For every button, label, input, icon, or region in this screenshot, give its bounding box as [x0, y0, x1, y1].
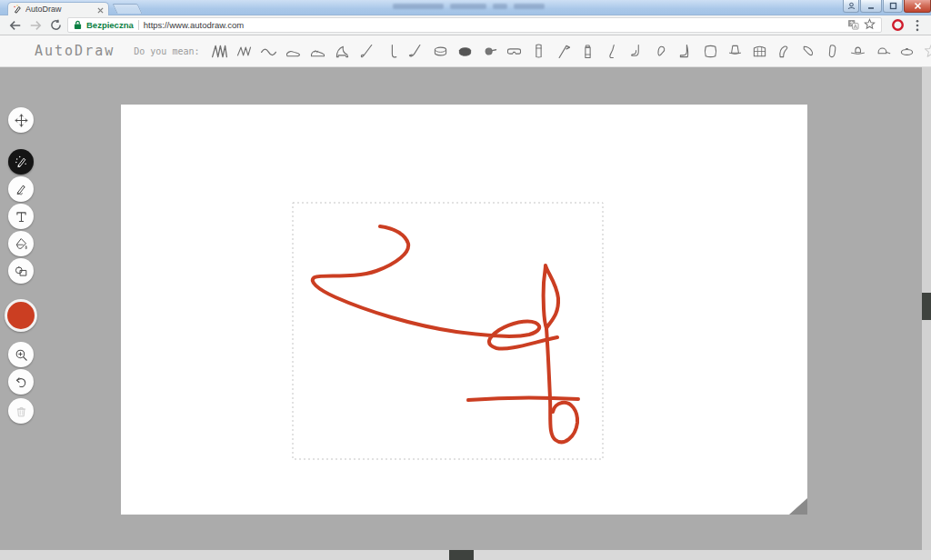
menu-icon[interactable] [907, 17, 927, 34]
suggestion-hockey-puck-filled-icon[interactable] [453, 40, 477, 62]
suggestion-sun-hat-icon[interactable] [846, 40, 870, 62]
suggestion-putter-icon[interactable] [404, 40, 428, 62]
move-icon [14, 113, 29, 128]
suggestion-wave-icon[interactable] [256, 40, 281, 62]
sketch-stroke [546, 328, 577, 442]
maximize-button[interactable] [883, 0, 903, 13]
address-bar[interactable]: Bezpieczna https://www.autodraw.com [67, 17, 882, 33]
browser-navbar: Bezpieczna https://www.autodraw.com [0, 15, 931, 35]
reload-button[interactable] [45, 17, 65, 34]
drawing-canvas[interactable] [121, 105, 807, 515]
vertical-scrollbar-thumb[interactable] [922, 293, 931, 320]
suggestion-marshmallow-icon[interactable] [698, 40, 723, 62]
suggestion-watch-icon[interactable] [477, 40, 502, 62]
suggestion-capsule-icon[interactable] [526, 40, 551, 62]
suggestion-high-heel-icon[interactable] [330, 40, 355, 62]
background-window-title [393, 4, 545, 10]
profile-button[interactable] [843, 0, 859, 13]
suggestion-cap-icon[interactable] [870, 40, 895, 62]
browser-tab[interactable]: AutoDraw [7, 2, 109, 15]
suggestion-sneaker-icon[interactable] [305, 40, 330, 62]
shapes-tool-button[interactable] [8, 258, 34, 284]
fill-icon [14, 236, 29, 252]
autodraw-logo: AutoDraw [35, 43, 115, 59]
magnifier-icon [14, 347, 29, 363]
window-controls [842, 0, 931, 13]
horizontal-scrollbar[interactable] [0, 550, 931, 560]
sketch-layer [121, 105, 807, 515]
suggestion-boot-icon[interactable] [674, 40, 698, 62]
suggestion-goggles-icon[interactable] [502, 40, 526, 62]
suggestion-shoe-sole-icon[interactable] [821, 40, 846, 62]
translate-icon[interactable] [847, 17, 859, 34]
suggestion-hockey-stick-icon[interactable] [379, 40, 404, 62]
autodraw-tool-button[interactable] [8, 149, 34, 175]
suggestion-hockey-puck-icon[interactable] [428, 40, 453, 62]
omnibox-divider [138, 20, 139, 30]
color-tool-button[interactable] [5, 299, 37, 332]
fill-tool-button[interactable] [8, 231, 34, 256]
undo-tool-button[interactable] [8, 369, 34, 395]
delete-tool-button[interactable] [8, 398, 34, 424]
do-you-mean-label: Do you mean: [134, 46, 199, 56]
draw-tool-button[interactable] [8, 176, 34, 202]
tab-title: AutoDraw [25, 5, 94, 14]
canvas-resize-handle [789, 498, 807, 515]
trash-icon [14, 404, 29, 419]
horizontal-scrollbar-thumb[interactable] [449, 550, 474, 560]
suggestion-loafer-icon[interactable] [281, 40, 305, 62]
vertical-scrollbar[interactable] [922, 67, 931, 550]
security-label[interactable]: Bezpieczna [86, 20, 134, 30]
close-window-button[interactable] [904, 0, 931, 13]
suggestion-foot-icon[interactable] [625, 40, 649, 62]
suggestion-star-faded-icon[interactable] [919, 40, 931, 62]
magic-pencil-icon [14, 155, 29, 170]
suggestion-beret-icon[interactable] [895, 40, 919, 62]
suggestion-toe-icon[interactable] [649, 40, 674, 62]
sketch-stroke [544, 265, 558, 328]
suggestion-zigzag-icon[interactable] [232, 40, 256, 62]
forward-button[interactable] [25, 17, 45, 34]
sketch-stroke [468, 398, 578, 400]
suggestion-scribble-icon[interactable] [207, 40, 232, 62]
back-button[interactable] [5, 17, 25, 34]
text-icon [14, 209, 29, 225]
url-text[interactable]: https://www.autodraw.com [144, 20, 843, 30]
suggestion-elbow-icon[interactable] [796, 40, 821, 62]
shapes-icon [14, 264, 29, 279]
zoom-tool-button[interactable] [8, 342, 34, 367]
undo-arrow-icon [14, 375, 29, 390]
suggestion-leg-icon[interactable] [600, 40, 625, 62]
new-tab-button[interactable] [112, 4, 142, 14]
suggestion-arm-icon[interactable] [772, 40, 796, 62]
bookmark-star-icon[interactable] [864, 17, 876, 34]
suggestion-golf-flag-icon[interactable] [551, 40, 576, 62]
select-tool-button[interactable] [8, 107, 34, 133]
autodraw-topbar: AutoDraw Do you mean: [0, 35, 931, 67]
suggestion-strip [207, 40, 931, 62]
suggestion-golf-club-icon[interactable] [355, 40, 379, 62]
type-tool-button[interactable] [8, 204, 34, 229]
sketch-stroke [313, 226, 557, 349]
opera-extension-icon[interactable] [887, 17, 907, 34]
suggestion-bucket-hat-icon[interactable] [723, 40, 747, 62]
minimize-button[interactable] [860, 0, 882, 13]
pencil-icon [14, 182, 29, 197]
suggestion-battery-icon[interactable] [576, 40, 600, 62]
suggestion-basket-icon[interactable] [747, 40, 772, 62]
secure-lock-icon[interactable] [74, 17, 82, 34]
